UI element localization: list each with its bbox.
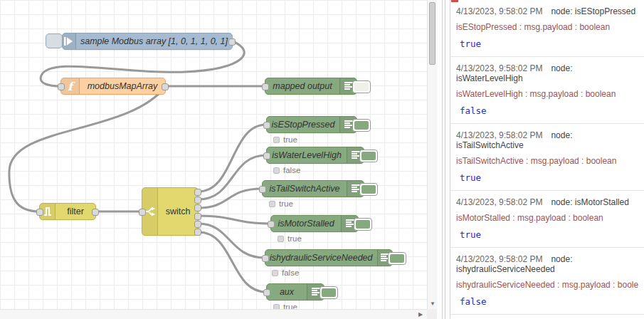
- input-port[interactable]: [259, 186, 266, 193]
- scrollbar-thumb[interactable]: [429, 2, 436, 65]
- node-function[interactable]: f modbusMapArray: [60, 78, 166, 95]
- message-value[interactable]: true: [456, 229, 638, 240]
- output-port-3[interactable]: [194, 204, 201, 211]
- debug-message: 4/13/2023, 9:58:02 PMnode: aux aux : msg…: [450, 315, 644, 319]
- status-dot-icon: [269, 201, 275, 207]
- message-property[interactable]: isTailSwitchActive : msg.payload : boole…: [456, 156, 638, 166]
- message-value[interactable]: false: [456, 296, 638, 307]
- node-label: isEStopPressed: [267, 120, 339, 130]
- wire[interactable]: [199, 155, 266, 199]
- scroll-right-icon[interactable]: ▶: [416, 310, 426, 319]
- status-indicator: true: [269, 199, 293, 208]
- node-red-editor: sample Modbus array [1, 0, 1, 1, 0, 1] f…: [0, 0, 644, 319]
- debug-toggle-button[interactable]: [359, 183, 378, 196]
- output-port[interactable]: [162, 83, 169, 90]
- debug-toggle-button[interactable]: [354, 218, 372, 231]
- scrollbar-corner: [427, 309, 437, 319]
- message-property[interactable]: isEStopPressed : msg.payload : boolean: [456, 22, 638, 32]
- debug-sidebar: 4/13/2023, 9:58:02 PMnode: isEStopPresse…: [450, 0, 644, 319]
- message-node-name: node: isEStopPressed: [551, 6, 635, 16]
- debug-toggle-button[interactable]: [320, 286, 338, 299]
- output-port-4[interactable]: [194, 213, 201, 220]
- node-label: isWaterLevelHigh: [267, 150, 347, 160]
- flow-canvas[interactable]: sample Modbus array [1, 0, 1, 1, 0, 1] f…: [0, 0, 437, 309]
- wire[interactable]: [199, 232, 266, 292]
- status-label: true: [279, 199, 293, 208]
- message-property[interactable]: isMotorStalled : msg.payload : boolean: [456, 213, 638, 223]
- wire[interactable]: [199, 125, 266, 192]
- node-debug-isTailSwitchActive[interactable]: isTailSwitchActive: [262, 180, 364, 197]
- output-port[interactable]: [92, 209, 99, 216]
- wire[interactable]: [199, 224, 265, 258]
- status-dot-icon: [272, 270, 278, 276]
- node-label: modbusMapArray: [80, 81, 165, 91]
- message-value[interactable]: false: [456, 105, 638, 116]
- node-debug-ishydraulicServiceNeeded[interactable]: ishydraulicServiceNeeded: [265, 249, 393, 266]
- node-debug-mapped-output[interactable]: mapped output: [265, 78, 357, 95]
- horizontal-scrollbar[interactable]: ▶: [0, 309, 437, 319]
- debug-toggle-button[interactable]: [352, 80, 371, 93]
- message-meta: 4/13/2023, 9:58:02 PMnode: isTailSwitchA…: [456, 130, 638, 150]
- node-label: sample Modbus array [1, 0, 1, 1, 0, 1]: [76, 36, 232, 46]
- debug-toggle-button[interactable]: [388, 252, 406, 265]
- node-label: mapped output: [265, 81, 339, 91]
- inject-button[interactable]: [46, 33, 63, 48]
- input-port[interactable]: [268, 221, 275, 228]
- debug-message: 4/13/2023, 9:58:02 PMnode: isWaterLevelH…: [450, 57, 644, 124]
- message-value[interactable]: true: [456, 38, 638, 49]
- node-switch[interactable]: switch: [142, 187, 199, 236]
- message-property[interactable]: ishydraulicServiceNeeded : msg.payload :…: [456, 280, 638, 290]
- input-port[interactable]: [262, 83, 269, 90]
- node-debug-isMotorStalled[interactable]: isMotorStalled: [270, 215, 359, 232]
- node-label: isTailSwitchActive: [263, 184, 347, 194]
- message-value[interactable]: true: [456, 172, 638, 183]
- message-node-name: node: isMotorStalled: [551, 197, 628, 207]
- status-dot-icon: [273, 167, 280, 174]
- status-dot-icon: [273, 304, 280, 310]
- node-debug-isWaterLevelHigh[interactable]: isWaterLevelHigh: [266, 147, 364, 164]
- input-port[interactable]: [36, 209, 43, 216]
- input-port[interactable]: [262, 255, 269, 262]
- node-label: ishydraulicServiceNeeded: [265, 253, 377, 263]
- output-port-6[interactable]: [194, 229, 201, 236]
- message-timestamp: 4/13/2023, 9:58:02 PM: [456, 6, 542, 16]
- debug-toggle-button[interactable]: [352, 119, 371, 132]
- message-meta: 4/13/2023, 9:58:02 PMnode: isEStopPresse…: [456, 6, 638, 16]
- scroll-down-icon[interactable]: ▼: [428, 299, 438, 309]
- input-port[interactable]: [139, 209, 146, 216]
- inject-arrow-icon: [63, 33, 76, 49]
- wire[interactable]: [199, 216, 270, 224]
- status-indicator: false: [272, 268, 299, 277]
- debug-message: 4/13/2023, 9:58:02 PMnode: isTailSwitchA…: [450, 124, 644, 191]
- message-property[interactable]: isWaterLevelHigh : msg.payload : boolean: [456, 89, 638, 99]
- status-label: true: [283, 135, 297, 144]
- node-label: switch: [158, 188, 198, 235]
- input-port[interactable]: [58, 83, 65, 90]
- input-port[interactable]: [263, 152, 270, 160]
- node-debug-aux[interactable]: aux: [266, 283, 324, 300]
- sidebar-splitter[interactable]: [437, 0, 450, 319]
- node-inject[interactable]: sample Modbus array [1, 0, 1, 1, 0, 1]: [62, 33, 233, 50]
- message-timestamp: 4/13/2023, 9:58:02 PM: [456, 197, 542, 207]
- status-dot-icon: [273, 137, 280, 143]
- node-label: aux: [267, 287, 307, 297]
- new-message-marker: [451, 0, 458, 2]
- input-port[interactable]: [263, 289, 270, 296]
- output-port-1[interactable]: [194, 189, 201, 196]
- output-port[interactable]: [228, 38, 236, 46]
- debug-message: 4/13/2023, 9:58:02 PMnode: isEStopPresse…: [450, 0, 644, 57]
- node-filter[interactable]: filter: [39, 203, 96, 220]
- status-indicator: false: [273, 166, 300, 174]
- output-port-2[interactable]: [194, 197, 201, 204]
- debug-message: 4/13/2023, 9:58:02 PMnode: isMotorStalle…: [450, 191, 644, 248]
- message-timestamp: 4/13/2023, 9:58:02 PM: [456, 63, 542, 73]
- input-port[interactable]: [263, 122, 270, 129]
- debug-toggle-button[interactable]: [359, 150, 378, 162]
- output-port-5[interactable]: [194, 221, 201, 228]
- message-timestamp: 4/13/2023, 9:58:02 PM: [456, 130, 542, 140]
- node-debug-isEStopPressed[interactable]: isEStopPressed: [266, 116, 357, 133]
- message-meta: 4/13/2023, 9:58:02 PMnode: isMotorStalle…: [456, 197, 638, 207]
- status-dot-icon: [278, 236, 284, 242]
- message-meta: 4/13/2023, 9:58:02 PMnode: isWaterLevelH…: [456, 63, 638, 83]
- vertical-scrollbar[interactable]: ▼: [427, 0, 437, 309]
